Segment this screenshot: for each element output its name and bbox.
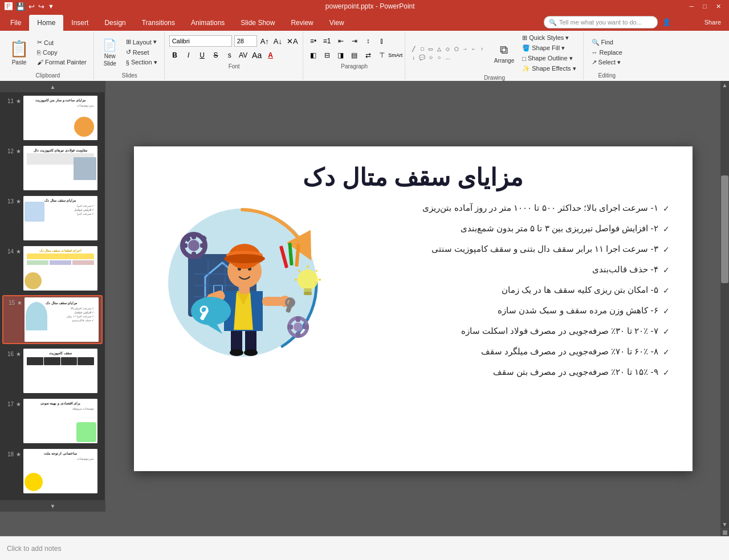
shape-line[interactable]: ╱ <box>410 45 418 53</box>
paste-button[interactable]: 📋 Paste <box>6 37 32 68</box>
shape-rounded-rect[interactable]: ▭ <box>427 45 435 53</box>
slide-thumb-18[interactable]: 18 ★ ساختمانی از توجه ملت متن توضیحات <box>2 448 103 494</box>
share-button[interactable]: Share <box>699 17 727 27</box>
slide-thumb-17[interactable]: 17 ★ برای اقتصادی و بهینه نمودن توضیحات … <box>2 398 103 444</box>
text-direction-btn[interactable]: ⇄ <box>363 50 374 61</box>
tab-transitions[interactable]: Transitions <box>134 15 183 31</box>
tab-design[interactable]: Design <box>96 15 133 31</box>
copy-button[interactable]: ⎘ Copy <box>34 48 90 57</box>
shape-arrow-left[interactable]: ← <box>470 45 478 53</box>
align-center-btn[interactable]: ⊟ <box>321 50 333 61</box>
justify-btn[interactable]: ▤ <box>349 50 360 61</box>
bold-button[interactable]: B <box>169 50 181 61</box>
reset-button[interactable]: ↺ Reset <box>123 47 161 57</box>
tab-view[interactable]: View <box>321 15 352 31</box>
format-painter-button[interactable]: 🖌 Format Painter <box>34 58 90 67</box>
slide-thumb-14[interactable]: 14 ★ اجرای قطعات سقف متال دک <box>2 245 103 292</box>
scroll-thumb[interactable] <box>721 175 728 283</box>
undo-icon[interactable]: ↩ <box>28 2 35 11</box>
select-button[interactable]: ↗ Select ▾ <box>588 58 626 67</box>
shape-arrow-right[interactable]: → <box>461 45 469 53</box>
scroll-down-arrow[interactable]: ▼ <box>720 520 729 529</box>
minimize-btn[interactable]: ─ <box>686 3 698 10</box>
bullet-list: ✓ ۱- سرعت اجرای بالا؛ حداکثر ۵۰۰ تا ۱۰۰۰… <box>328 203 670 387</box>
increase-indent-btn[interactable]: ⇥ <box>349 35 360 47</box>
align-right-btn[interactable]: ◨ <box>335 50 347 61</box>
increase-font-btn[interactable]: A↑ <box>259 37 270 46</box>
shape-more[interactable]: … <box>444 54 452 62</box>
slide-canvas[interactable]: مزایای سقف متال دک ✓ ۱- سرعت اجرای بالا؛… <box>134 146 693 471</box>
fontsize-aa-button[interactable]: Aa <box>251 50 263 61</box>
shape-star[interactable]: ☆ <box>427 54 435 62</box>
cut-button[interactable]: ✂ Cut <box>34 38 90 47</box>
shape-ellipse[interactable]: ○ <box>435 54 443 62</box>
slide-thumb-16[interactable]: 16 ★ سقف کامپوزیت <box>2 348 103 394</box>
shape-triangle[interactable]: △ <box>435 45 443 53</box>
save-icon[interactable]: 💾 <box>16 2 25 11</box>
slide-star-11: ★ <box>16 96 21 104</box>
tab-home[interactable]: Home <box>29 15 63 31</box>
tab-review[interactable]: Review <box>283 15 321 31</box>
decrease-indent-btn[interactable]: ⇤ <box>335 35 347 47</box>
scroll-up-btn[interactable]: ▲ <box>50 84 56 90</box>
slide-thumb-12[interactable]: 12 ★ مقاومت فولادی تیرهای کامپوزیت دال <box>2 145 103 191</box>
bullet-list-btn[interactable]: ≡• <box>308 35 319 47</box>
scroll-up-arrow[interactable]: ▲ <box>720 81 729 89</box>
align-text-btn[interactable]: ⊤ <box>376 50 388 61</box>
layout-button[interactable]: ⊞ Layout▾ <box>123 37 161 47</box>
charspacing-button[interactable]: AV <box>238 50 249 61</box>
shape-effects-button[interactable]: ✨ Shape Effects ▾ <box>519 64 579 73</box>
section-button[interactable]: § Section ▾ <box>123 58 161 67</box>
tab-slideshow[interactable]: Slide Show <box>233 15 283 31</box>
shadow-button[interactable]: s <box>224 50 235 61</box>
svg-point-47 <box>298 269 318 290</box>
strikethrough-button[interactable]: S <box>210 50 222 61</box>
slide-thumb-15[interactable]: 15 ★ مزایای سقف متال دک ✓ سرعت اجرای بال… <box>2 295 103 344</box>
shape-callout[interactable]: 💬 <box>418 54 426 62</box>
shape-outline-button[interactable]: □ Shape Outline ▾ <box>519 54 579 63</box>
replace-button[interactable]: ↔ Replace <box>588 48 626 57</box>
italic-button[interactable]: I <box>183 50 194 61</box>
restore-btn[interactable]: □ <box>699 3 710 10</box>
columns-btn[interactable]: ⫿ <box>376 35 388 47</box>
tab-animations[interactable]: Animations <box>183 15 233 31</box>
smartart-btn[interactable]: SmArt <box>390 50 401 61</box>
shape-arrow-up[interactable]: ↑ <box>478 45 486 53</box>
ribbon-content: 📋 Paste ✂ Cut ⎘ Copy 🖌 Format Painter Cl… <box>0 31 729 81</box>
numbered-list-btn[interactable]: ≡1 <box>321 35 333 47</box>
customize-icon[interactable]: ▼ <box>48 3 54 10</box>
quick-styles-button[interactable]: ⊞ Quick Styles ▾ <box>519 33 579 43</box>
slide-star-16: ★ <box>16 349 21 357</box>
redo-icon[interactable]: ↪ <box>38 2 44 11</box>
decrease-font-btn[interactable]: A↓ <box>272 37 283 46</box>
slide-thumb-13[interactable]: 13 ★ مزایای سقف متال دک ✓ سرعت اجرا✓ افز… <box>2 195 103 242</box>
shape-diamond[interactable]: ◇ <box>444 45 452 53</box>
shape-arrow-down[interactable]: ↓ <box>410 54 418 62</box>
close-btn[interactable]: ✕ <box>712 3 724 10</box>
font-family-input[interactable] <box>169 35 232 47</box>
shape-rect[interactable]: □ <box>418 45 426 53</box>
find-button[interactable]: 🔍 Find <box>588 38 626 47</box>
list-item-8: ✓ ۸- ۶۰٪ تا ۷۰٪ صرفه‌جویی در مصرف میلگرد… <box>328 346 670 357</box>
slide-thumb-11[interactable]: 11 ★ مزایای ساخت و ساز بتن کامپوزیت متن … <box>2 95 103 141</box>
clear-format-btn[interactable]: ✕A <box>286 37 299 46</box>
scroll-down-btn[interactable]: ▼ <box>50 503 56 509</box>
notes-area[interactable]: Click to add notes <box>0 536 729 560</box>
main-area: ▲ 11 ★ مزایای ساخت و ساز بتن کامپوزیت مت… <box>0 81 729 536</box>
new-slide-button[interactable]: 📄 New Slide <box>99 36 121 69</box>
tab-insert[interactable]: Insert <box>63 15 96 31</box>
line-spacing-btn[interactable]: ↕ <box>363 35 374 47</box>
shape-fill-button[interactable]: 🪣 Shape Fill ▾ <box>519 43 579 53</box>
scroll-corner[interactable] <box>723 530 727 535</box>
font-size-input[interactable] <box>234 35 257 47</box>
shape-pentagon[interactable]: ⬠ <box>453 45 461 53</box>
drawing-label: Drawing <box>410 73 580 81</box>
underline-button[interactable]: U <box>197 50 208 61</box>
sign-in-button[interactable]: 👤 Sign in <box>662 18 694 26</box>
svg-rect-38 <box>200 243 207 248</box>
font-color-button[interactable]: A <box>265 50 276 61</box>
ribbon-search[interactable]: 🔍 Tell me what you want to do... <box>544 16 658 28</box>
align-left-btn[interactable]: ◧ <box>308 50 319 61</box>
tab-file[interactable]: File <box>2 15 29 31</box>
arrange-button[interactable]: ⧉ Arrange <box>491 41 518 66</box>
